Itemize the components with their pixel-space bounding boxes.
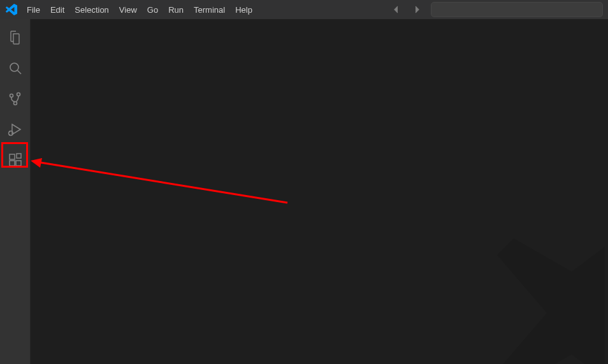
- menu-edit[interactable]: Edit: [45, 0, 69, 19]
- activitybar: [0, 19, 31, 364]
- svg-rect-10: [16, 161, 21, 166]
- nav-back-icon[interactable]: [390, 3, 403, 16]
- vscode-watermark-icon: [481, 230, 608, 364]
- svg-point-2: [17, 92, 20, 96]
- activity-search[interactable]: [0, 54, 31, 84]
- extensions-icon: [8, 152, 23, 170]
- svg-line-6: [9, 131, 10, 132]
- titlebar: File Edit Selection View Go Run Terminal…: [0, 0, 608, 19]
- source-control-icon: [8, 91, 23, 108]
- command-center-search[interactable]: [431, 2, 603, 17]
- editor-area: [31, 19, 608, 364]
- svg-point-0: [10, 63, 18, 71]
- menu-terminal[interactable]: Terminal: [189, 0, 230, 19]
- activity-run-debug[interactable]: [0, 115, 31, 145]
- activity-explorer[interactable]: [0, 23, 31, 54]
- activity-extensions[interactable]: [0, 145, 31, 176]
- vscode-logo-icon: [3, 1, 20, 18]
- titlebar-right: [390, 2, 605, 17]
- menu-help[interactable]: Help: [230, 0, 257, 19]
- menu-file[interactable]: File: [22, 0, 45, 19]
- svg-rect-8: [10, 154, 15, 159]
- svg-line-1: [17, 70, 21, 74]
- activity-source-control[interactable]: [0, 84, 31, 115]
- menu-view[interactable]: View: [114, 0, 142, 19]
- files-icon: [8, 30, 23, 47]
- svg-point-3: [10, 94, 13, 97]
- menu-go[interactable]: Go: [142, 0, 163, 19]
- run-debug-icon: [8, 122, 23, 139]
- menu-selection[interactable]: Selection: [69, 0, 113, 19]
- nav-forward-icon[interactable]: [410, 3, 423, 16]
- menu-run[interactable]: Run: [163, 0, 189, 19]
- svg-rect-9: [10, 161, 15, 166]
- svg-rect-11: [17, 154, 21, 158]
- search-icon: [8, 61, 23, 78]
- svg-line-7: [9, 135, 10, 135]
- menubar: File Edit Selection View Go Run Terminal…: [22, 0, 257, 19]
- main-area: [0, 19, 608, 364]
